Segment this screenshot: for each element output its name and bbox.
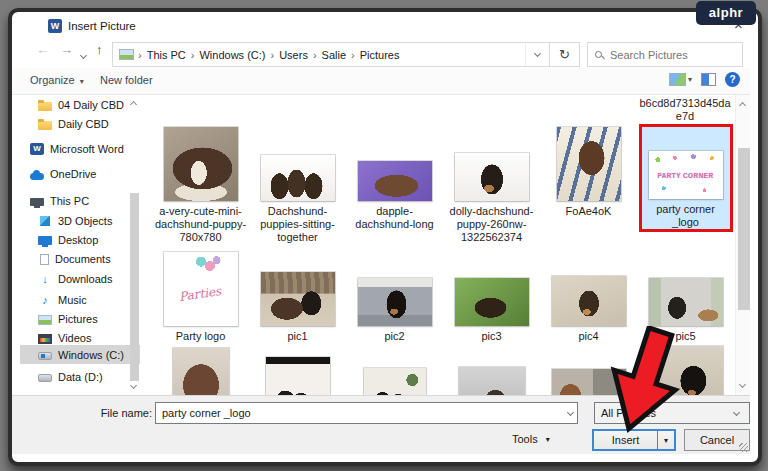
file-item-partial[interactable]	[152, 343, 249, 395]
tools-label: Tools	[512, 433, 538, 445]
file-name-field[interactable]	[155, 402, 578, 424]
sidebar-item-pictures[interactable]: Pictures	[38, 310, 98, 328]
breadcrumb-separator: ›	[311, 49, 319, 61]
sidebar-item-microsoft-word[interactable]: WMicrosoft Word	[30, 140, 124, 158]
file-item-dapple-dachshund-long[interactable]: dapple-dachshund-long	[346, 125, 443, 244]
breadcrumb-salie[interactable]: Salie	[319, 49, 349, 61]
tools-menu-button[interactable]: Tools ▾	[512, 433, 550, 445]
sidebar-item-documents[interactable]: Documents	[38, 250, 111, 268]
thumbnail-image	[261, 155, 335, 201]
sidebar-scrollbar[interactable]	[129, 95, 140, 395]
help-button[interactable]: ?	[725, 72, 740, 87]
change-view-button[interactable]: ▾	[669, 73, 692, 86]
recent-locations-chevron[interactable]	[81, 46, 86, 61]
scroll-down-icon[interactable]	[130, 382, 137, 389]
address-dropdown-chevron[interactable]	[525, 43, 549, 66]
resize-grip[interactable]	[739, 443, 748, 452]
thumbnail-image	[358, 161, 432, 201]
up-button[interactable]: ↑	[96, 42, 103, 57]
red-annotation-arrow	[596, 326, 692, 438]
sidebar-item-label: OneDrive	[50, 168, 96, 180]
search-box[interactable]	[587, 42, 743, 67]
scrollbar-thumb[interactable]	[738, 148, 750, 310]
file-item-pic2[interactable]: pic2	[346, 250, 443, 343]
sidebar-item-label: 04 Daily CBD	[58, 99, 124, 111]
chevron-down-icon: ▾	[80, 77, 84, 86]
breadcrumb-pictures[interactable]: Pictures	[357, 49, 403, 61]
file-item-partial[interactable]	[249, 343, 346, 395]
file-item-a-very-cute-mini-dachshund[interactable]: a-very-cute-mini-dachshund-puppy-780x780	[152, 125, 249, 244]
scrollbar-thumb[interactable]	[130, 193, 139, 381]
file-name-input[interactable]	[156, 407, 568, 419]
thumbnail-image	[266, 357, 330, 395]
sidebar-item-label: Downloads	[58, 273, 112, 285]
file-grid-scrollbar[interactable]	[735, 95, 750, 395]
sidebar-item-videos[interactable]: Videos	[38, 329, 91, 347]
file-name-label: dapple-dachshund-long	[349, 205, 441, 231]
scroll-up-icon[interactable]	[130, 101, 137, 108]
refresh-button[interactable]: ↻	[550, 42, 580, 67]
forward-button[interactable]: →	[60, 42, 73, 57]
preview-pane-button[interactable]	[701, 73, 716, 86]
thumbnail-image	[649, 278, 723, 326]
sidebar-item-desktop[interactable]: Desktop	[38, 231, 98, 249]
breadcrumb-this-pc[interactable]: This PC	[144, 49, 189, 61]
video-icon	[38, 334, 52, 344]
word-icon: W	[30, 143, 44, 155]
clipped-file-name-label[interactable]: b6cd8d7313d45dae7d	[638, 97, 732, 123]
red-annotation-box: PARTY CORNER party corner _logo	[642, 127, 730, 229]
breadcrumb-windows-c[interactable]: Windows (C:)	[196, 49, 268, 61]
thumbnail-image	[459, 367, 525, 395]
file-name-label: pic1	[252, 330, 344, 343]
breadcrumb-separator: ›	[189, 49, 197, 61]
breadcrumb-separator: ›	[268, 49, 276, 61]
file-item-pic3[interactable]: pic3	[443, 250, 540, 343]
file-name-label: Dachshund-puppies-sitting-together	[252, 205, 344, 244]
sidebar-item-music[interactable]: ♪Music	[38, 291, 87, 309]
scroll-down-icon[interactable]	[739, 381, 746, 388]
computer-icon	[30, 198, 44, 206]
sidebar-item-label: 3D Objects	[58, 215, 112, 227]
sidebar-item-windows-c[interactable]: Windows (C:)	[38, 346, 124, 364]
thumbnail-image	[358, 278, 432, 326]
breadcrumb-separator: ›	[349, 49, 357, 61]
file-item-party-logo[interactable]: Parties Party logo	[152, 250, 249, 343]
file-item-party-corner-logo-selected[interactable]: PARTY CORNER party corner _logo	[637, 125, 734, 244]
file-grid-row-1: a-very-cute-mini-dachshund-puppy-780x780…	[152, 125, 736, 244]
sidebar-item-label: Music	[58, 294, 87, 306]
file-item-partial[interactable]	[443, 343, 540, 395]
thumbnail-image	[552, 276, 626, 326]
sidebar-item-daily-cbd[interactable]: Daily CBD	[38, 115, 109, 133]
thumbnail-image	[164, 127, 238, 201]
breadcrumb-users[interactable]: Users	[276, 49, 311, 61]
breadcrumb-separator: ›	[136, 49, 144, 61]
new-folder-button[interactable]: New folder	[100, 74, 153, 86]
file-item-pic1[interactable]: pic1	[249, 250, 346, 343]
file-item-foae4ok[interactable]: FoAe4oK	[540, 125, 637, 244]
thumbnail-image	[455, 153, 529, 201]
download-arrow-icon: ↓	[38, 273, 52, 285]
sidebar-item-downloads[interactable]: ↓Downloads	[38, 270, 112, 288]
command-toolbar: Organize ▾ New folder ▾ ?	[12, 68, 750, 95]
organize-button[interactable]: Organize ▾	[30, 74, 84, 86]
search-icon	[595, 51, 602, 58]
file-item-dolly-dachshund-puppy[interactable]: dolly-dachshund-puppy-260nw-1322562374	[443, 125, 540, 244]
sidebar-item-onedrive[interactable]: OneDrive	[30, 165, 96, 183]
address-bar[interactable]: › This PC › Windows (C:) › Users › Salie…	[112, 42, 550, 67]
thumbnail-image: Parties	[164, 252, 238, 326]
scroll-up-icon[interactable]	[739, 102, 746, 109]
back-button[interactable]: ←	[36, 42, 49, 57]
sidebar-item-04-daily-cbd[interactable]: 04 Daily CBD	[38, 96, 124, 114]
sidebar-item-3d-objects[interactable]: 3D Objects	[38, 212, 112, 230]
search-input[interactable]	[608, 48, 718, 62]
chevron-down-icon[interactable]	[567, 408, 574, 415]
thumbnail-image	[455, 278, 529, 326]
file-item-dachshund-puppies-sitting[interactable]: Dachshund-puppies-sitting-together	[249, 125, 346, 244]
thumbnail-image	[364, 368, 426, 395]
file-name-label: Party logo	[155, 330, 247, 343]
sidebar-item-this-pc[interactable]: This PC	[30, 192, 89, 210]
organize-label: Organize	[30, 74, 75, 86]
pictures-folder-icon	[119, 49, 134, 60]
sidebar-item-data-d[interactable]: Data (D:)	[38, 368, 103, 386]
file-item-partial[interactable]	[346, 343, 443, 395]
